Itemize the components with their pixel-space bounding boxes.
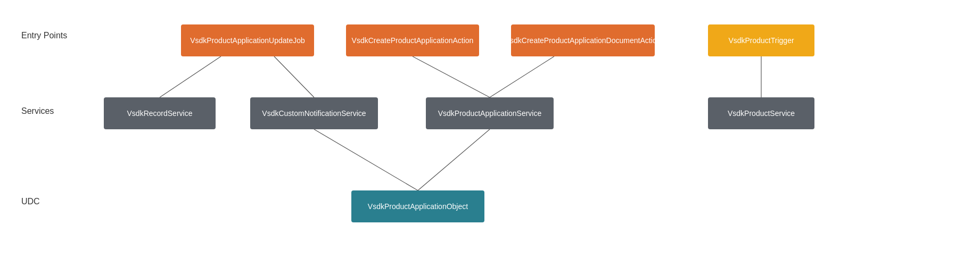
node-ep2[interactable]: VsdkCreateProductApplicationAction bbox=[346, 24, 479, 56]
node-svc2[interactable]: VsdkCustomNotificationService bbox=[250, 97, 378, 129]
svg-line-5 bbox=[314, 129, 418, 190]
layer-label-services: Services bbox=[21, 106, 54, 116]
diagram-container: Entry Points Services UDC VsdkProductApp… bbox=[0, 0, 980, 266]
layer-label-udc: UDC bbox=[21, 197, 40, 206]
node-udc1[interactable]: VsdkProductApplicationObject bbox=[351, 190, 484, 222]
svg-line-6 bbox=[418, 129, 490, 190]
connection-lines bbox=[0, 0, 980, 266]
node-ep1[interactable]: VsdkProductApplicationUpdateJob bbox=[181, 24, 314, 56]
svg-line-2 bbox=[413, 56, 490, 97]
node-svc1[interactable]: VsdkRecordService bbox=[104, 97, 216, 129]
node-svc3[interactable]: VsdkProductApplicationService bbox=[426, 97, 554, 129]
node-ep3[interactable]: VsdkCreateProductApplicationDocumentActi… bbox=[511, 24, 655, 56]
svg-line-1 bbox=[274, 56, 314, 97]
svg-line-3 bbox=[490, 56, 554, 97]
node-svc4[interactable]: VsdkProductService bbox=[708, 97, 814, 129]
node-ep4[interactable]: VsdkProductTrigger bbox=[708, 24, 814, 56]
layer-label-entry-points: Entry Points bbox=[21, 31, 67, 40]
svg-line-0 bbox=[160, 56, 221, 97]
